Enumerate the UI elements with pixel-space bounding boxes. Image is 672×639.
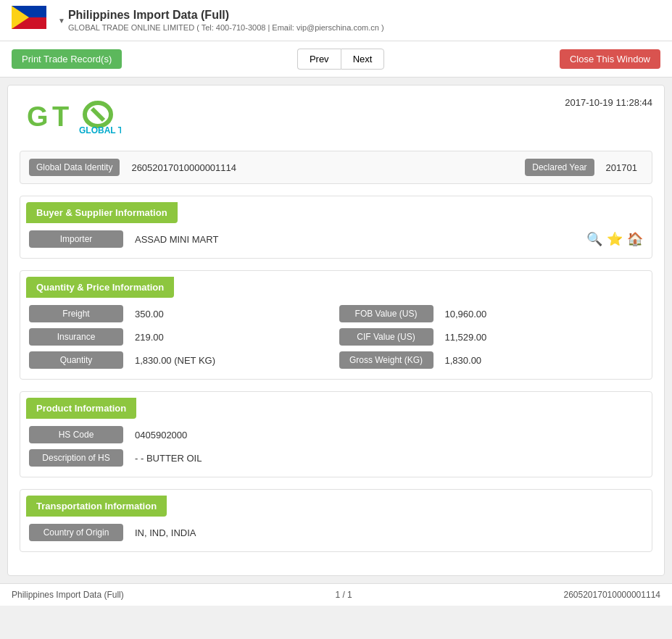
quantity-price-header: Quantity & Price Information (26, 277, 174, 298)
importer-value: ASSAD MINI MART (129, 234, 581, 245)
description-row: Description of HS - - BUTTER OIL (29, 449, 643, 467)
freight-label: Freight (29, 305, 123, 322)
hs-code-label: HS Code (29, 426, 123, 443)
product-body: HS Code 0405902000 Description of HS - -… (20, 419, 652, 477)
freight-col: Freight 350.00 (29, 305, 333, 322)
description-label: Description of HS (29, 449, 123, 467)
title-dropdown-arrow[interactable]: ▼ (58, 17, 65, 25)
country-of-origin-label: Country of Origin (29, 524, 123, 541)
cif-label: CIF Value (US) (339, 328, 434, 346)
fob-value: 10,960.00 (439, 309, 644, 320)
flag-container (12, 6, 49, 35)
nav-buttons: Prev Next (297, 49, 384, 70)
next-button[interactable]: Next (341, 49, 385, 70)
importer-icons: 🔍 ⭐ 🏠 (586, 233, 643, 246)
declared-year-value: 201701 (600, 162, 643, 173)
app-title: Philippines Import Data (Full) (68, 9, 384, 22)
quantity-value: 1,830.00 (NET KG) (129, 355, 333, 366)
declared-year-label: Declared Year (525, 159, 594, 176)
quantity-label: Quantity (29, 351, 123, 369)
fob-col: FOB Value (US) 10,960.00 (339, 305, 644, 322)
app-subtitle: GLOBAL TRADE ONLINE LIMITED ( Tel: 400-7… (68, 23, 384, 32)
country-of-origin-value: IN, IND, INDIA (129, 527, 643, 538)
hs-code-row: HS Code 0405902000 (29, 426, 643, 443)
svg-text:GLOBAL TRADE ONLINE LIMITED: GLOBAL TRADE ONLINE LIMITED (79, 125, 121, 135)
importer-label: Importer (29, 230, 123, 248)
hs-code-value: 0405902000 (129, 430, 643, 440)
buyer-supplier-section: Buyer & Supplier Information Importer AS… (20, 196, 652, 259)
global-data-identity-value: 26052017010000001114 (125, 162, 242, 173)
footer: Philippines Import Data (Full) 1 / 1 260… (0, 583, 672, 606)
quantity-col: Quantity 1,830.00 (NET KG) (29, 351, 333, 369)
global-data-identity-label: Global Data Identity (29, 159, 120, 176)
freight-value: 350.00 (129, 309, 333, 320)
company-logo: G T GLOBAL TRADE ONLINE LIMITED (20, 97, 121, 137)
top-header: ▼ Philippines Import Data (Full) GLOBAL … (0, 0, 672, 41)
freight-fob-row: Freight 350.00 FOB Value (US) 10,960.00 (29, 305, 643, 322)
product-header: Product Information (26, 398, 136, 419)
logo-block: G T GLOBAL TRADE ONLINE LIMITED (20, 97, 121, 139)
svg-line-3 (92, 109, 104, 120)
transportation-header: Transportation Information (26, 496, 167, 517)
gross-weight-col: Gross Weight (KG) 1,830.00 (339, 351, 644, 369)
quantity-price-section: Quantity & Price Information Freight 350… (20, 270, 652, 380)
importer-row: Importer ASSAD MINI MART 🔍 ⭐ 🏠 (29, 230, 643, 248)
country-of-origin-row: Country of Origin IN, IND, INDIA (29, 524, 643, 541)
prev-button[interactable]: Prev (297, 49, 341, 70)
footer-left: Philippines Import Data (Full) (12, 590, 124, 600)
identity-row: Global Data Identity 2605201701000000111… (20, 151, 652, 184)
app-title-block: Philippines Import Data (Full) GLOBAL TR… (68, 9, 384, 32)
home-icon[interactable]: 🏠 (627, 233, 643, 246)
description-value: - - BUTTER OIL (129, 453, 643, 464)
flag-icon (12, 6, 46, 29)
footer-right: 26052017010000001114 (564, 590, 660, 600)
quantity-grossweight-row: Quantity 1,830.00 (NET KG) Gross Weight … (29, 351, 643, 369)
timestamp: 2017-10-19 11:28:44 (565, 97, 652, 108)
transportation-section: Transportation Information Country of Or… (20, 489, 652, 552)
insurance-col: Insurance 219.00 (29, 328, 333, 346)
star-icon[interactable]: ⭐ (607, 233, 623, 246)
gross-weight-label: Gross Weight (KG) (339, 351, 434, 369)
quantity-price-body: Freight 350.00 FOB Value (US) 10,960.00 … (20, 298, 652, 379)
svg-text:T: T (52, 101, 69, 132)
logo-area: G T GLOBAL TRADE ONLINE LIMITED 2017-10-… (20, 97, 652, 139)
svg-text:G: G (27, 101, 49, 132)
cif-col: CIF Value (US) 11,529.00 (339, 328, 644, 346)
fob-label: FOB Value (US) (339, 305, 434, 322)
gross-weight-value: 1,830.00 (439, 355, 644, 366)
product-section: Product Information HS Code 0405902000 D… (20, 391, 652, 477)
toolbar: Print Trade Record(s) Prev Next Close Th… (0, 41, 672, 78)
search-icon[interactable]: 🔍 (586, 233, 602, 246)
close-window-button[interactable]: Close This Window (560, 49, 660, 69)
buyer-supplier-header: Buyer & Supplier Information (26, 202, 178, 223)
insurance-cif-row: Insurance 219.00 CIF Value (US) 11,529.0… (29, 328, 643, 346)
main-content: G T GLOBAL TRADE ONLINE LIMITED 2017-10-… (7, 85, 665, 576)
print-button[interactable]: Print Trade Record(s) (12, 49, 122, 69)
cif-value: 11,529.00 (439, 332, 644, 343)
footer-center: 1 / 1 (335, 590, 352, 600)
insurance-label: Insurance (29, 328, 123, 346)
buyer-supplier-body: Importer ASSAD MINI MART 🔍 ⭐ 🏠 (20, 223, 652, 258)
transportation-body: Country of Origin IN, IND, INDIA (20, 517, 652, 551)
insurance-value: 219.00 (129, 332, 333, 343)
